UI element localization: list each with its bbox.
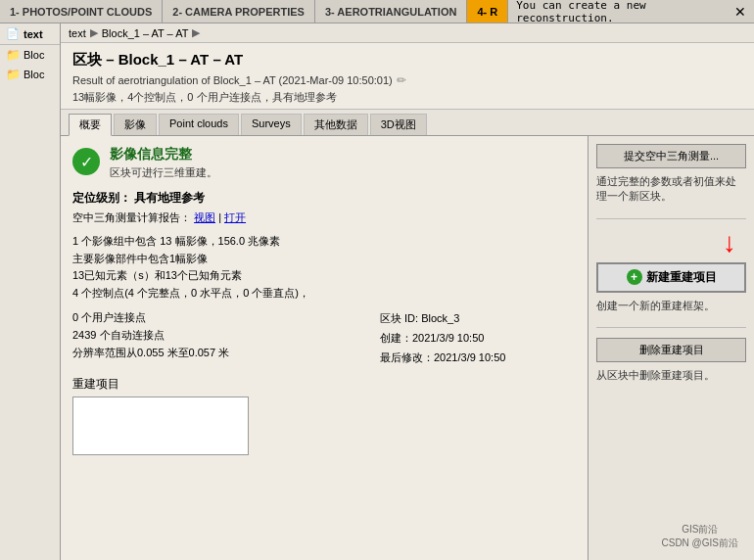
positioning-row: 定位级别： 具有地理参考 — [72, 190, 576, 207]
breadcrumb-part1[interactable]: Block_1 – AT – AT — [102, 27, 189, 39]
tab-reconstruction[interactable]: 4- R — [467, 0, 508, 23]
tab-surveys[interactable]: Surveys — [241, 114, 302, 135]
content-header: 区块 – Block_1 – AT – AT Result of aerotri… — [61, 43, 754, 110]
content-body: ✓ 影像信息完整 区块可进行三维重建。 定位级别： 具有地理参考 空中三角测量计… — [61, 136, 754, 560]
report-prefix: 空中三角测量计算报告： — [72, 211, 191, 223]
stats-block: 1 个影像组中包含 13 幅影像，156.0 兆像素 主要影像部件中包含1幅影像… — [72, 233, 576, 302]
check-icon: ✓ — [72, 148, 100, 175]
block-subtitle: Result of aerotriangulation of Block_1 –… — [72, 73, 742, 87]
new-reconstruction-label: 新建重建项目 — [646, 269, 717, 286]
content-area: text ▶ Block_1 – AT – AT ▶ 区块 – Block_1 … — [61, 23, 754, 560]
new-reconstruction-button[interactable]: + 新建重建项目 — [596, 262, 746, 293]
edit-icon[interactable]: ✏ — [397, 73, 406, 87]
block-info: 13幅影像，4个控制点，0 个用户连接点，具有地理参考 — [72, 90, 742, 105]
submit-aero-desc: 通过完整的参数或者初值来处理一个新区块。 — [596, 174, 746, 205]
new-reconstruction-desc: 创建一个新的重建框架。 — [596, 299, 746, 313]
sidebar-item-bloc2[interactable]: 📁 Bloc — [0, 65, 60, 84]
red-arrow-icon: ↓ — [723, 227, 736, 257]
sidebar-item-label-1: Bloc — [24, 49, 44, 61]
status-text-block: 影像信息完整 区块可进行三维重建。 — [110, 146, 576, 180]
main-panel: ✓ 影像信息完整 区块可进行三维重建。 定位级别： 具有地理参考 空中三角测量计… — [61, 136, 588, 560]
positioning-label: 定位级别： — [72, 191, 131, 205]
block-subtitle-text: Result of aerotriangulation of Block_1 –… — [72, 74, 393, 86]
submit-aero-button[interactable]: 提交空中三角测量... — [596, 144, 746, 168]
tab-overview[interactable]: 概要 — [69, 114, 112, 136]
report-row: 空中三角测量计算报告： 视图 | 打开 — [72, 210, 576, 225]
col-right: 区块 ID: Block_3 创建：2021/3/9 10:50 最后修改：20… — [380, 309, 576, 367]
report-view-link[interactable]: 视图 — [194, 211, 215, 223]
status-title: 影像信息完整 — [110, 146, 576, 163]
tab-aero[interactable]: 3- AEROTRIANGULATION — [315, 0, 467, 23]
main-layout: 📄 text 📁 Bloc 📁 Bloc text ▶ Block_1 – AT… — [0, 23, 754, 560]
breadcrumb-sep-1: ▶ — [90, 26, 98, 39]
top-tab-bar: 1- PHOTOS/POINT CLOUDS 2- CAMERA PROPERT… — [0, 0, 754, 23]
stat-1: 主要影像部件中包含1幅影像 — [72, 251, 576, 268]
delete-reconstruction-button[interactable]: 删除重建项目 — [596, 338, 746, 362]
col-left: 0 个用户连接点 2439 个自动连接点 分辨率范围从0.055 米至0.057… — [72, 309, 380, 367]
inner-tabs: 概要 影像 Point clouds Surveys 其他数据 3D视图 — [61, 110, 754, 136]
sidebar-title: text — [24, 28, 43, 40]
positioning-value: 具有地理参考 — [134, 191, 205, 205]
tab-otherdata[interactable]: 其他数据 — [304, 114, 368, 135]
tab-3dview[interactable]: 3D视图 — [370, 114, 427, 135]
document-icon: 📄 — [6, 27, 20, 40]
right-panel: 提交空中三角测量... 通过完整的参数或者初值来处理一个新区块。 ↓ + 新建重… — [588, 136, 754, 560]
plus-circle-icon: + — [627, 269, 642, 285]
reconstruct-section-title: 重建项目 — [72, 376, 576, 393]
block-id: 区块 ID: Block_3 — [380, 309, 576, 329]
stat-0: 1 个影像组中包含 13 幅影像，156.0 兆像素 — [72, 233, 576, 251]
folder-icon-1: 📁 — [6, 48, 21, 62]
delete-reconstruction-desc: 从区块中删除重建项目。 — [596, 368, 746, 383]
stat-3: 4 个控制点(4 个完整点，0 水平点，0 个垂直点)， — [72, 285, 576, 303]
sidebar-header: 📄 text — [0, 23, 60, 45]
stat-2: 13已知元素（s）和13个已知角元素 — [72, 267, 576, 285]
tab-images[interactable]: 影像 — [114, 114, 157, 135]
stat-6: 分辨率范围从0.055 米至0.057 米 — [72, 345, 380, 362]
report-open-link[interactable]: 打开 — [224, 211, 246, 223]
report-sep: | — [218, 211, 221, 223]
divider-1 — [596, 218, 746, 219]
sidebar: 📄 text 📁 Bloc 📁 Bloc — [0, 23, 61, 560]
notification-text: You can create a new reconstruction. — [508, 0, 727, 24]
folder-icon-2: 📁 — [6, 68, 21, 81]
breadcrumb-sep-2: ▶ — [192, 26, 200, 39]
stat-5: 2439 个自动连接点 — [72, 327, 380, 345]
status-desc: 区块可进行三维重建。 — [110, 165, 576, 180]
two-col: 0 个用户连接点 2439 个自动连接点 分辨率范围从0.055 米至0.057… — [72, 309, 576, 367]
block-modified: 最后修改：2021/3/9 10:50 — [380, 349, 576, 368]
stat-4: 0 个用户连接点 — [72, 309, 380, 327]
block-title: 区块 – Block_1 – AT – AT — [72, 51, 742, 70]
block-created: 创建：2021/3/9 10:50 — [380, 329, 576, 349]
tab-pointclouds[interactable]: Point clouds — [159, 114, 239, 135]
sidebar-item-bloc1[interactable]: 📁 Bloc — [0, 45, 60, 65]
divider-2 — [596, 327, 746, 328]
status-row: ✓ 影像信息完整 区块可进行三维重建。 — [72, 146, 576, 180]
breadcrumb: text ▶ Block_1 – AT – AT ▶ — [61, 23, 754, 43]
reconstruct-box — [72, 397, 249, 455]
tab-camera[interactable]: 2- CAMERA PROPERTIES — [163, 0, 315, 23]
sidebar-item-label-2: Bloc — [24, 69, 44, 80]
tab-photos[interactable]: 1- PHOTOS/POINT CLOUDS — [0, 0, 163, 23]
breadcrumb-root[interactable]: text — [69, 27, 86, 39]
arrow-indicator: ↓ — [596, 229, 746, 257]
close-button[interactable]: ✕ — [727, 2, 754, 22]
